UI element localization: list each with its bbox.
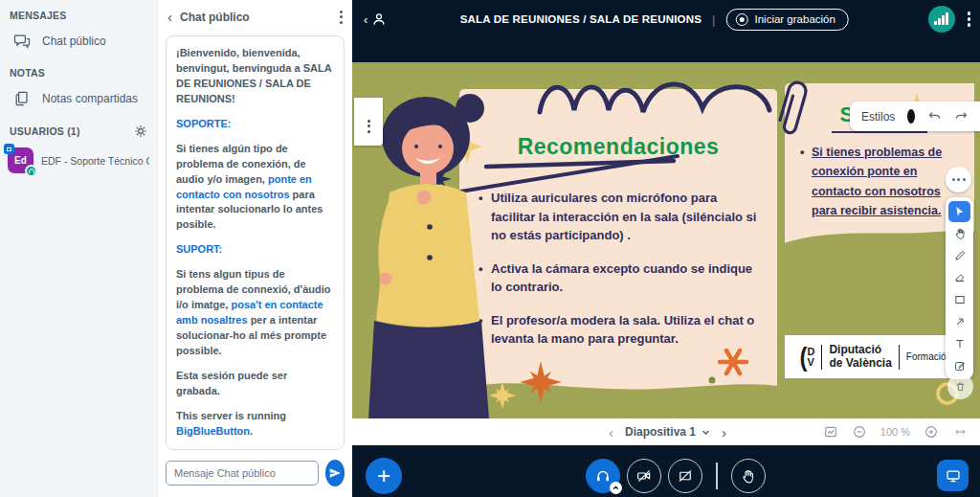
- meeting-header-group: SALA DE REUNIONES / SALA DE REUNIONS | I…: [460, 0, 849, 38]
- sidebar-item-shared-notes[interactable]: Notas compartidas: [0, 82, 157, 115]
- fit-width-button[interactable]: [952, 425, 969, 439]
- user-list-item[interactable]: Ed EDF - Soporte Técnico Comu...(Usted): [0, 142, 157, 179]
- redo-icon: [954, 109, 969, 124]
- whiteboard-tools-panel: [946, 197, 973, 379]
- styles-toolbar: Estilos: [850, 102, 980, 131]
- previous-slide-button[interactable]: ‹: [609, 425, 613, 440]
- arrows-horizontal-icon: [952, 425, 969, 439]
- pencil-tool-button[interactable]: [948, 245, 970, 266]
- monogram-v: V: [807, 357, 814, 368]
- zoom-in-button[interactable]: [924, 424, 939, 440]
- slide-navigation-bar: ‹ Diapositiva 1 › 100 %: [352, 418, 980, 445]
- connection-status-button[interactable]: [928, 6, 955, 33]
- undo-button[interactable]: [927, 109, 942, 124]
- raise-hand-icon: [740, 468, 756, 485]
- monogram-paren: (: [799, 346, 807, 367]
- users-count-label: USUARIOS (1): [10, 125, 80, 137]
- start-recording-button[interactable]: Iniciar grabación: [725, 9, 848, 31]
- header-divider: |: [712, 12, 715, 27]
- diputacio-logo: ( DV Diputacióde València Formació: [785, 335, 961, 378]
- webcam-share-button[interactable]: [627, 459, 661, 493]
- record-icon: [735, 13, 747, 26]
- signal-bar-icon: [934, 21, 937, 25]
- server-note: This server is running BigBlueButton.: [176, 409, 334, 440]
- toggle-userlist-button[interactable]: ‹: [364, 0, 388, 38]
- controls-divider: [716, 463, 718, 489]
- chevron-down-icon: [702, 429, 710, 436]
- chat-options-kebab-icon[interactable]: [340, 11, 343, 24]
- actions-plus-button[interactable]: +: [366, 458, 402, 494]
- note-edit-icon: [953, 359, 967, 373]
- logo-divider: [821, 345, 822, 370]
- presenter-badge-icon: [4, 144, 14, 154]
- raise-hand-button[interactable]: [731, 459, 766, 493]
- arrow-tool-button[interactable]: [948, 311, 970, 332]
- gear-icon[interactable]: [134, 124, 147, 138]
- arrow-ne-icon: [953, 315, 967, 328]
- messages-section-label: MENSAJES: [0, 0, 157, 25]
- slide-selector[interactable]: Diapositiva 1: [625, 425, 710, 439]
- pencil-icon: [953, 249, 967, 262]
- minus-circle-icon: [852, 424, 867, 440]
- ellipsis-icon: [952, 178, 966, 181]
- options-kebab-icon[interactable]: [968, 11, 971, 27]
- select-tool-button[interactable]: [948, 201, 970, 222]
- chat-input-row: [166, 460, 345, 486]
- action-bar: +: [352, 445, 980, 497]
- screenshare-button[interactable]: [668, 459, 702, 493]
- whiteboard-options-button[interactable]: [354, 98, 383, 146]
- audio-options-caret[interactable]: [610, 482, 622, 494]
- user-name: EDF - Soporte Técnico Comu...(Usted): [41, 155, 149, 167]
- media-controls: [586, 459, 766, 493]
- notes-section-label: NOTAS: [0, 57, 157, 82]
- monogram-d: D: [807, 347, 814, 357]
- welcome-text: ¡Bienvenido, bienvenida, benvingut, benv…: [176, 47, 303, 74]
- slide-nav-center: ‹ Diapositiva 1 ›: [609, 418, 726, 445]
- users-section-label: USUARIOS (1): [0, 115, 157, 142]
- slide-label: Diapositiva 1: [625, 425, 696, 439]
- logo-dept: Formació: [906, 351, 947, 362]
- chart-line-icon: [823, 424, 838, 440]
- sidebar: MENSAJES Chat público NOTAS Notas compar…: [0, 0, 158, 497]
- screenshare-off-icon: [677, 467, 694, 485]
- support-text: Si tienes problemas de conexión ponte en…: [800, 143, 965, 220]
- toolbar-more-button[interactable]: [946, 167, 971, 192]
- logo-divider: [899, 345, 900, 370]
- suport-paragraph: Si tens algun tipus de problema de conne…: [176, 267, 334, 359]
- bigbluebutton-link[interactable]: BigBlueButton: [176, 425, 250, 437]
- chat-message-input[interactable]: [166, 461, 319, 486]
- next-slide-button[interactable]: ›: [722, 425, 726, 440]
- user-name-text: EDF - Soporte Técnico Comu...: [41, 155, 149, 167]
- chat-back-chevron-icon[interactable]: ‹: [167, 10, 172, 24]
- chevron-left-icon: ‹: [364, 13, 368, 26]
- redo-button[interactable]: [954, 109, 969, 124]
- send-message-button[interactable]: [325, 460, 345, 486]
- multiuser-whiteboard-button[interactable]: [823, 424, 838, 440]
- square-icon: [953, 293, 967, 306]
- cursor-arrow-icon: [953, 205, 966, 217]
- eraser-icon: [953, 271, 967, 284]
- notes-icon: [12, 89, 32, 108]
- zoom-out-button[interactable]: [852, 424, 867, 440]
- top-navbar: ‹ SALA DE REUNIONES / SALA DE REUNIONS |…: [352, 0, 980, 38]
- pan-tool-button[interactable]: [948, 223, 970, 244]
- sidebar-item-public-chat[interactable]: Chat público: [0, 25, 157, 57]
- style-color-indicator[interactable]: [907, 109, 915, 124]
- bigbluebutton-app: MENSAJES Chat público NOTAS Notas compar…: [0, 0, 980, 497]
- dv-monogram: ( DV: [799, 347, 814, 368]
- chat-title: Chat público: [180, 11, 332, 24]
- text-tool-button[interactable]: [948, 333, 970, 354]
- minimize-presentation-button[interactable]: [937, 460, 969, 491]
- camera-off-icon: [635, 467, 653, 485]
- shape-rectangle-tool-button[interactable]: [948, 289, 970, 310]
- eraser-tool-button[interactable]: [948, 267, 970, 288]
- delete-annotations-button[interactable]: [947, 373, 973, 399]
- sidebar-item-label: Notas compartidas: [42, 92, 138, 105]
- server-text-post: .: [250, 425, 253, 437]
- audio-join-button[interactable]: [586, 459, 620, 493]
- zoom-percentage: 100 %: [880, 426, 910, 438]
- recording-note: Esta sesión puede ser grabada.: [176, 369, 334, 399]
- undo-icon: [927, 109, 942, 124]
- meeting-title: SALA DE REUNIONES / SALA DE REUNIONS: [460, 13, 702, 25]
- chat-header: ‹ Chat público: [158, 0, 352, 30]
